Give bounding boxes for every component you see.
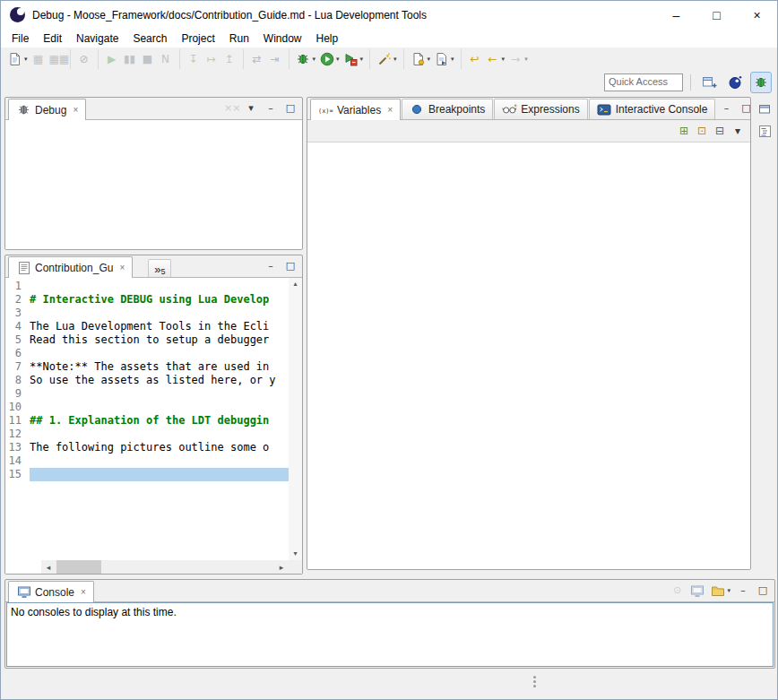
open-perspective-button[interactable] <box>698 72 720 93</box>
resume-button[interactable]: ▶ <box>103 49 121 69</box>
line-text: Read this section to setup a debugger <box>30 333 289 347</box>
window-minimize-button[interactable]: – <box>656 1 696 29</box>
dropdown-icon[interactable]: ▾ <box>727 587 730 594</box>
save-all-button[interactable]: ▦▦ <box>48 49 65 69</box>
close-icon[interactable]: × <box>387 105 393 115</box>
scrollbar-track[interactable] <box>56 560 274 574</box>
variables-view-content[interactable] <box>307 142 750 569</box>
editor-horizontal-scrollbar[interactable]: ◂ ▸ <box>41 560 289 574</box>
tab-console[interactable]: Console × <box>8 581 94 602</box>
step-over-button[interactable]: ↦ <box>203 49 220 69</box>
show-columns-button[interactable]: ⊡ <box>693 121 711 141</box>
scroll-right-icon[interactable]: ▸ <box>274 564 289 571</box>
maximize-button[interactable]: □ <box>281 99 300 117</box>
dropdown-icon[interactable]: ▾ <box>24 56 28 63</box>
editor-vertical-scrollbar[interactable]: ▴ ▾ <box>289 278 302 560</box>
use-step-filters-button[interactable]: ⇄ <box>248 49 266 69</box>
menu-edit[interactable]: Edit <box>36 30 69 47</box>
forward-icon: → <box>508 52 523 66</box>
tab-interactive-console[interactable]: Interactive Console <box>589 99 716 119</box>
suspend-button[interactable]: ▮▮ <box>121 49 139 69</box>
menu-file[interactable]: File <box>4 30 36 47</box>
menu-help[interactable]: Help <box>309 30 346 47</box>
run-to-line-button[interactable]: ⇥ <box>266 49 284 69</box>
menu-window[interactable]: Window <box>256 30 309 47</box>
debug-view-content[interactable] <box>5 120 302 249</box>
new-wizard-button[interactable]: ▾ <box>409 49 433 69</box>
dropdown-icon[interactable]: ▾ <box>393 56 397 63</box>
save-button[interactable]: ▦ <box>30 49 48 69</box>
debug-button[interactable]: ▾ <box>294 49 318 69</box>
run-button[interactable]: ▾ <box>317 49 341 69</box>
skip-all-breakpoints-button[interactable]: ⊘ <box>75 49 93 69</box>
scroll-down-icon[interactable]: ▾ <box>293 550 297 557</box>
perspective-debug-button[interactable] <box>750 72 772 93</box>
editor-line-13: 13The following pictures outline some o <box>5 441 289 454</box>
menu-run[interactable]: Run <box>222 30 256 47</box>
scroll-up-icon[interactable]: ▴ <box>293 281 297 288</box>
tab-variables[interactable]: (x)=Variables× <box>310 99 401 120</box>
restore-minimized-view-1-button[interactable] <box>756 99 774 118</box>
close-icon[interactable]: × <box>81 587 86 597</box>
dropdown-icon[interactable]: ▾ <box>360 56 364 63</box>
line-number: 7 <box>5 360 30 374</box>
window-maximize-button[interactable]: □ <box>696 1 737 29</box>
pin-console-button[interactable]: ⊙ <box>667 582 687 600</box>
dropdown-icon[interactable]: ▾ <box>524 56 528 63</box>
view-menu-button[interactable]: ▾ <box>729 121 747 141</box>
sash-grip[interactable] <box>533 676 536 678</box>
close-icon[interactable]: × <box>119 263 125 272</box>
menu-project[interactable]: Project <box>174 30 221 47</box>
tab-contribution-guide[interactable]: Contribution_Gu × <box>8 256 133 278</box>
dropdown-icon[interactable]: ▾ <box>313 56 316 63</box>
open-console-button[interactable]: ▾ <box>707 582 733 600</box>
last-edit-location-button[interactable]: ↩ <box>466 49 484 69</box>
minimize-button[interactable]: – <box>733 582 753 600</box>
tab-expressions[interactable]: Expressions <box>494 99 587 119</box>
ide-window: { "window": { "title": "Debug - Moose_Fr… <box>0 0 778 700</box>
maximize-button[interactable]: □ <box>736 99 751 117</box>
scroll-left-icon[interactable]: ◂ <box>41 564 56 571</box>
line-number: 4 <box>5 320 30 333</box>
step-into-button[interactable]: ↧ <box>185 49 203 69</box>
terminate-button[interactable]: ■ <box>139 49 157 69</box>
dropdown-icon[interactable]: ▾ <box>502 56 506 63</box>
menu-navigate[interactable]: Navigate <box>69 30 125 47</box>
perspective-ldt-button[interactable] <box>724 72 746 93</box>
back-button[interactable]: ←▾ <box>484 49 507 69</box>
dropdown-icon[interactable]: ▾ <box>428 56 431 63</box>
dropdown-icon[interactable]: ▾ <box>451 56 454 63</box>
external-tools-button[interactable]: ▾ <box>341 49 366 69</box>
quick-access-field[interactable]: Quick Access <box>604 73 683 91</box>
collapse-all-button[interactable]: ⊟ <box>711 121 729 141</box>
forward-button[interactable]: →▾ <box>506 49 530 69</box>
minimize-button[interactable]: – <box>716 99 736 117</box>
open-wizard-button[interactable]: ▾ <box>432 49 456 69</box>
editor-tab-overflow[interactable]: »5 <box>148 259 171 277</box>
step-return-button[interactable]: ↥ <box>220 49 238 69</box>
remove-all-terminated-button[interactable]: ×× <box>221 99 241 117</box>
show-columns-icon: ⊡ <box>695 124 709 138</box>
search-button[interactable]: ▾ <box>375 49 399 69</box>
disconnect-button[interactable]: N <box>157 49 175 69</box>
show-logical-structures-button[interactable]: ⊞ <box>675 121 693 141</box>
minimize-button[interactable]: – <box>261 257 281 275</box>
window-close-button[interactable]: × <box>737 1 777 29</box>
restore-minimized-view-2-button[interactable] <box>756 121 774 141</box>
console-content[interactable]: No consoles to display at this time. <box>6 602 774 667</box>
tab-debug[interactable]: Debug × <box>8 99 86 120</box>
new-button[interactable]: ▾ <box>5 49 30 69</box>
minimize-button[interactable]: – <box>261 99 281 117</box>
close-icon[interactable]: × <box>73 105 78 115</box>
editor-text-area[interactable]: 12# Interactive DEBUG using Lua Develop3… <box>5 280 289 560</box>
display-selected-console-button[interactable] <box>687 582 707 600</box>
maximize-button[interactable]: □ <box>281 257 300 275</box>
menu-search[interactable]: Search <box>125 30 174 47</box>
dropdown-icon[interactable]: ▾ <box>336 56 340 63</box>
tab-breakpoints[interactable]: Breakpoints <box>402 99 493 119</box>
maximize-button[interactable]: □ <box>753 582 773 600</box>
scrollbar-thumb[interactable] <box>56 560 101 574</box>
view-menu-button[interactable]: ▾ <box>241 99 261 117</box>
save-icon: ▦ <box>31 52 46 66</box>
toolbar-group: ▾▾ <box>403 49 459 69</box>
